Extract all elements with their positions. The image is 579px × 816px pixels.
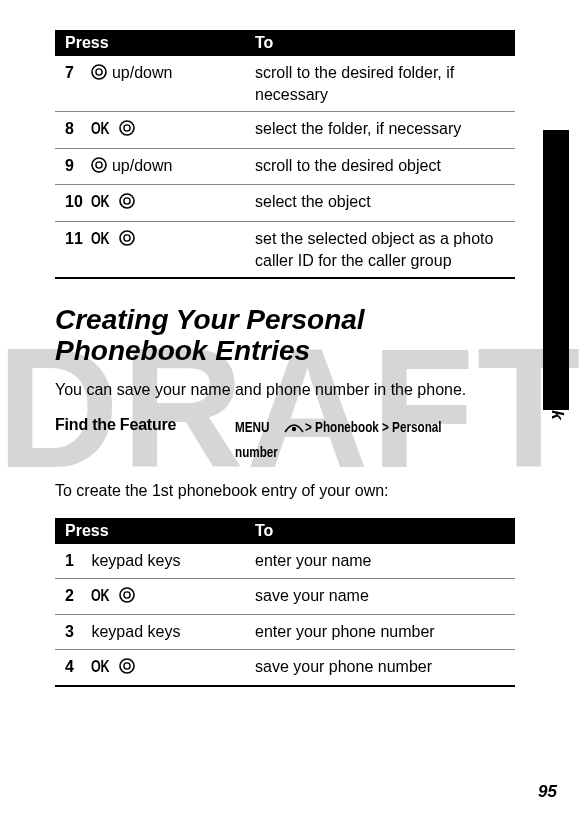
key-suffix: up/down [107, 64, 172, 81]
steps-table-2: Press To 1 keypad keys enter your name 2… [55, 518, 515, 687]
step-action: scroll to the desired object [245, 148, 515, 185]
table1-head-to: To [245, 30, 515, 56]
table-row: 10 OK select the object [55, 185, 515, 222]
table2-head-to: To [245, 518, 515, 544]
intro-paragraph: You can save your name and phone number … [55, 379, 515, 401]
find-feature-label: Find the Feature [55, 416, 235, 462]
step-action: scroll to the desired folder, if necessa… [245, 56, 515, 112]
svg-point-0 [92, 65, 106, 79]
step-action: select the object [245, 185, 515, 222]
nav-disc-icon [119, 120, 135, 142]
nav-disc-icon [91, 64, 107, 86]
step-number: 4 [65, 656, 87, 678]
nav-disc-icon [119, 230, 135, 252]
table-row: 1 keypad keys enter your name [55, 544, 515, 578]
step-action: enter your name [245, 544, 515, 578]
key-text: keypad keys [91, 623, 180, 640]
table2-head-press: Press [55, 518, 245, 544]
step-number: 2 [65, 585, 87, 607]
menu-path-line1: > Phonebook > Personal [305, 416, 442, 437]
step-number: 9 [65, 155, 87, 177]
step-number: 8 [65, 118, 87, 140]
step-number: 11 [65, 228, 87, 250]
step-action: enter your phone number [245, 615, 515, 650]
step-action: select the folder, if necessary [245, 112, 515, 149]
table-row: 9 up/down scroll to the desired object [55, 148, 515, 185]
svg-point-3 [124, 125, 130, 131]
step-action: save your phone number [245, 649, 515, 686]
svg-point-4 [92, 158, 106, 172]
steps-table-1: Press To 7 up/down scroll to the desired… [55, 30, 515, 279]
nav-disc-icon [119, 193, 135, 215]
svg-point-11 [120, 588, 134, 602]
ok-label: OK [91, 228, 109, 250]
svg-point-14 [124, 663, 130, 669]
step-number: 10 [65, 191, 87, 213]
intro-paragraph-2: To create the 1st phonebook entry of you… [55, 480, 515, 502]
table-row: 3 keypad keys enter your phone number [55, 615, 515, 650]
svg-point-6 [120, 194, 134, 208]
key-text: keypad keys [91, 552, 180, 569]
table-row: 2 OK save your name [55, 578, 515, 615]
page-content: Press To 7 up/down scroll to the desired… [0, 0, 579, 816]
step-number: 1 [65, 550, 87, 572]
svg-point-2 [120, 121, 134, 135]
step-action: save your name [245, 578, 515, 615]
svg-point-5 [96, 162, 102, 168]
table-row: 8 OK select the folder, if necessary [55, 112, 515, 149]
nav-disc-icon [119, 587, 135, 609]
find-the-feature-box: Find the Feature MENU > Phonebook > Pers… [55, 416, 515, 462]
table-row: 4 OK save your phone number [55, 649, 515, 686]
step-action: set the selected object as a photo calle… [245, 221, 515, 278]
menu-path-line2: number [235, 441, 278, 462]
ok-label: OK [91, 656, 109, 678]
step-number: 3 [65, 621, 87, 643]
nav-disc-icon [119, 658, 135, 680]
svg-point-13 [120, 659, 134, 673]
svg-point-10 [292, 427, 296, 431]
table1-head-press: Press [55, 30, 245, 56]
ok-label: OK [91, 118, 109, 140]
ok-label: OK [91, 585, 109, 607]
menu-key-label: MENU [235, 416, 269, 437]
svg-point-9 [124, 235, 130, 241]
section-heading: Creating Your Personal Phonebook Entries [55, 305, 524, 367]
key-suffix: up/down [107, 157, 172, 174]
table-row: 11 OK set the selected object as a photo… [55, 221, 515, 278]
step-number: 7 [65, 62, 87, 84]
softkey-icon [283, 418, 305, 441]
svg-point-12 [124, 591, 130, 597]
table-row: 7 up/down scroll to the desired folder, … [55, 56, 515, 112]
svg-point-1 [96, 69, 102, 75]
find-feature-path: MENU > Phonebook > Personal number [235, 416, 515, 462]
svg-point-7 [124, 198, 130, 204]
svg-point-8 [120, 231, 134, 245]
nav-disc-icon [91, 157, 107, 179]
ok-label: OK [91, 191, 109, 213]
